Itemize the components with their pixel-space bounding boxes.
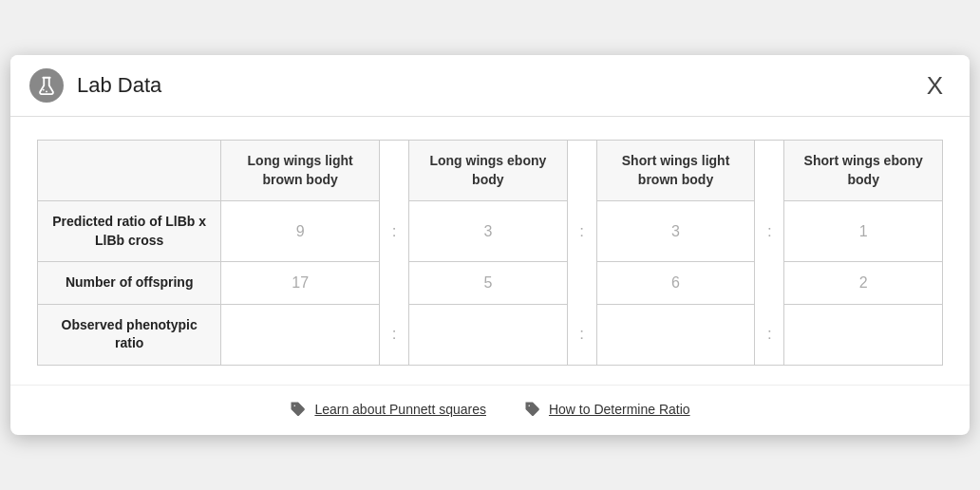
row1-val4: 1 — [784, 201, 943, 262]
dialog-body: Long wings light brown body Long wings e… — [10, 117, 970, 385]
row3-val2[interactable] — [409, 304, 568, 365]
row3-val1[interactable] — [221, 304, 380, 365]
sep1: : — [379, 304, 408, 365]
svg-point-0 — [43, 89, 45, 91]
sep2: : — [567, 304, 596, 365]
lab-data-table: Long wings light brown body Long wings e… — [37, 140, 943, 366]
table-row: Predicted ratio of LlBb x LlBb cross 9 :… — [38, 201, 943, 262]
row2-val2: 5 — [409, 262, 568, 305]
sep3: : — [755, 304, 784, 365]
row1-val2: 3 — [409, 201, 568, 262]
sep2 — [567, 262, 596, 305]
punnett-squares-label: Learn about Punnett squares — [314, 402, 486, 417]
header-col3: Short wings light brown body — [596, 140, 755, 200]
header-col1: Long wings light brown body — [221, 140, 380, 200]
close-button[interactable]: X — [919, 69, 951, 102]
sep1: : — [379, 201, 408, 262]
row3-val4[interactable] — [784, 304, 943, 365]
table-header-row: Long wings light brown body Long wings e… — [38, 140, 943, 200]
header-col4: Short wings ebony body — [784, 140, 943, 200]
flask-icon — [29, 68, 64, 103]
table-row: Number of offspring 17 5 6 2 — [38, 262, 943, 305]
header-col2: Long wings ebony body — [409, 140, 568, 200]
sep2: : — [567, 201, 596, 262]
tag-icon — [290, 401, 307, 418]
sep3 — [755, 262, 784, 305]
dialog-footer: Learn about Punnett squares How to Deter… — [10, 385, 970, 435]
dialog-title: Lab Data — [77, 73, 919, 98]
row3-label: Observed phenotypic ratio — [38, 304, 221, 365]
table-row: Observed phenotypic ratio : : : — [38, 304, 943, 365]
dialog-header: Lab Data X — [10, 55, 970, 117]
header-label-col — [38, 140, 221, 200]
row1-val3: 3 — [596, 201, 755, 262]
svg-point-1 — [46, 90, 47, 92]
tag-icon2 — [524, 401, 541, 418]
row1-val1: 9 — [221, 201, 380, 262]
punnett-squares-link[interactable]: Learn about Punnett squares — [290, 401, 486, 418]
sep3: : — [755, 201, 784, 262]
row2-label: Number of offspring — [38, 262, 221, 305]
determine-ratio-link[interactable]: How to Determine Ratio — [524, 401, 690, 418]
row3-val3[interactable] — [596, 304, 755, 365]
row2-val3: 6 — [596, 262, 755, 305]
row1-label: Predicted ratio of LlBb x LlBb cross — [38, 201, 221, 262]
row2-val4: 2 — [784, 262, 943, 305]
row2-val1: 17 — [221, 262, 380, 305]
lab-data-dialog: Lab Data X Long wings light brown body — [10, 55, 970, 435]
sep1 — [379, 262, 408, 305]
determine-ratio-label: How to Determine Ratio — [549, 402, 690, 417]
